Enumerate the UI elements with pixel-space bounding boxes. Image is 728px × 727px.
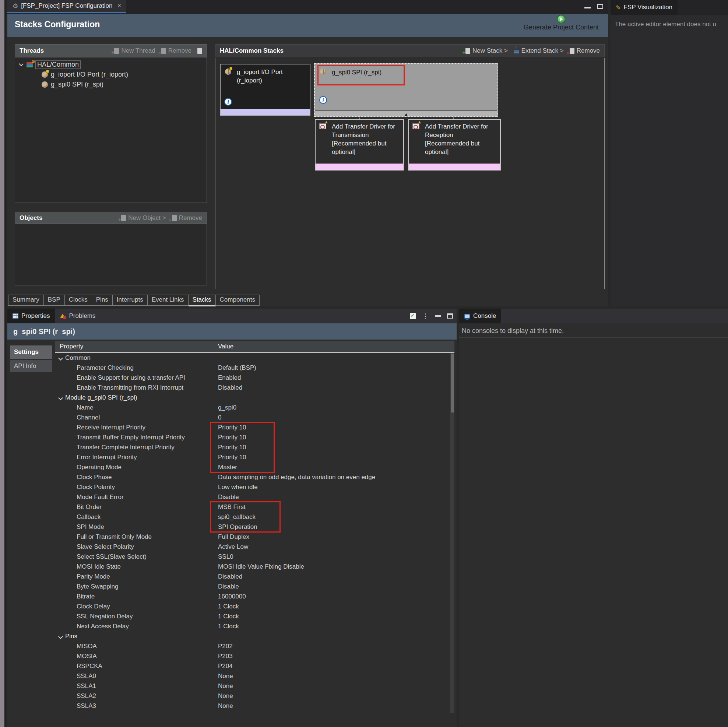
column-value[interactable]: Value (218, 343, 234, 350)
remove-stack-button[interactable]: ✕ Remove (570, 47, 600, 55)
view-menu-icon[interactable] (197, 48, 202, 54)
new-thread-button[interactable]: + New Thread (114, 47, 155, 55)
properties-scrollbar[interactable] (450, 353, 454, 713)
property-value: Disabled (218, 572, 242, 582)
extend-stack-button[interactable]: Extend Stack > (514, 47, 564, 55)
tab-pins[interactable]: Pins (92, 295, 113, 306)
info-icon[interactable] (224, 98, 232, 106)
property-row[interactable]: Parameter CheckingDefault (BSP) (55, 363, 450, 373)
tab-bsp[interactable]: BSP (44, 295, 65, 306)
property-row[interactable]: Enable Transmitting from RXI InterruptDi… (55, 383, 450, 393)
property-row[interactable]: Full or Transmit Only ModeFull Duplex (55, 532, 450, 542)
import-settings-icon[interactable] (410, 313, 416, 319)
tree-item[interactable]: g_spi0 SPI (r_spi) (15, 80, 206, 89)
property-row[interactable]: Parity ModeDisabled (55, 572, 450, 582)
property-value: 16000000 (218, 591, 246, 601)
add-transfer-driver-rx-block[interactable]: Add Transfer Driver for Reception [Recom… (408, 119, 501, 170)
tab-interrupts[interactable]: Interrupts (113, 295, 148, 306)
property-group-row[interactable]: Common (55, 353, 450, 363)
scrollbar-thumb[interactable] (451, 354, 454, 412)
stack-block-spi[interactable]: g_spi0 SPI (r_spi) ▲ (314, 63, 498, 117)
remove-object-button[interactable]: ✕ Remove (172, 214, 202, 222)
tab-api-info[interactable]: API Info (10, 360, 52, 372)
visualization-message: The active editor element does not u (610, 15, 728, 34)
stack-block-ioport[interactable]: g_ioport I/O Port (r_ioport) (220, 64, 310, 116)
property-row[interactable]: Enable Support for using a transfer APIE… (55, 373, 450, 383)
property-row[interactable]: Byte SwappingDisable (55, 582, 450, 591)
play-icon[interactable] (558, 15, 565, 23)
property-row[interactable]: Slave Select PolarityActive Low (55, 542, 450, 552)
property-row[interactable]: SSLA1None (55, 681, 450, 691)
tab-settings[interactable]: Settings (10, 346, 52, 359)
minimize-icon[interactable] (584, 7, 590, 8)
property-row[interactable]: Next Access Delay1 Clock (55, 621, 450, 631)
column-property[interactable]: Property (60, 343, 83, 350)
view-menu-icon[interactable]: ⋮ (422, 313, 429, 320)
collapse-triangle-icon[interactable]: ▲ (404, 112, 408, 116)
property-row[interactable]: Clock PolarityLow when idle (55, 482, 450, 492)
close-icon[interactable]: × (118, 3, 121, 9)
property-row[interactable]: Nameg_spi0 (55, 403, 450, 412)
property-label: Bit Order (55, 504, 102, 510)
property-row[interactable]: Select SSL(Slave Select)SSL0 (55, 552, 450, 562)
transfer-driver-icon (319, 123, 326, 129)
tree-item-label: HAL/Common (36, 61, 80, 69)
chevron-down-icon[interactable] (58, 634, 63, 639)
generate-project-content-button[interactable]: Generate Project Content (524, 15, 599, 31)
tab-console[interactable]: Console (459, 309, 501, 323)
tab-properties[interactable]: Properties (8, 309, 55, 323)
threads-tree: HAL/Commong_ioport I/O Port (r_ioport)g_… (15, 57, 207, 203)
property-label: SSLA3 (55, 703, 96, 709)
property-label: Parameter Checking (55, 364, 134, 371)
maximize-icon[interactable] (597, 4, 603, 9)
property-row[interactable]: SSLA2None (55, 691, 450, 701)
property-row[interactable]: Channel0 (55, 412, 450, 422)
chevron-down-icon[interactable] (58, 356, 63, 361)
property-label: Operating Mode (55, 464, 121, 471)
block-collapse-bar[interactable]: ▲ (315, 110, 497, 116)
tree-item[interactable]: g_ioport I/O Port (r_ioport) (15, 70, 206, 80)
property-row[interactable]: SSLA3None (55, 701, 450, 711)
editor-tab-fsp-configuration[interactable]: ⚙ [FSP_Project] FSP Configuration × (8, 0, 126, 13)
add-transfer-driver-tx-block[interactable]: Add Transfer Driver for Transmission [Re… (315, 119, 404, 170)
property-row[interactable]: MISOAP202 (55, 641, 450, 651)
remove-thread-button[interactable]: ✕ Remove (161, 47, 191, 55)
property-row[interactable]: Clock Delay1 Clock (55, 601, 450, 611)
table-icon (12, 314, 18, 318)
property-row[interactable]: RSPCKAP204 (55, 661, 450, 671)
tab-clocks[interactable]: Clocks (65, 295, 92, 306)
column-divider[interactable] (213, 341, 213, 352)
properties-tab-label: Properties (21, 312, 50, 320)
property-row[interactable]: MOSIAP203 (55, 651, 450, 661)
property-value: g_spi0 (218, 403, 236, 412)
maximize-icon[interactable] (447, 314, 453, 318)
property-group-row[interactable]: Module g_spi0 SPI (r_spi) (55, 393, 450, 403)
property-label: SSLA0 (55, 672, 96, 680)
editor-bottom-tabs: SummaryBSPClocksPinsInterruptsEvent Link… (8, 295, 608, 306)
tab-problems[interactable]: Problems (55, 309, 101, 323)
tab-event-links[interactable]: Event Links (148, 295, 188, 306)
info-icon[interactable] (319, 96, 327, 104)
property-row[interactable]: SSLA0None (55, 671, 450, 681)
property-row[interactable]: Mode Fault ErrorDisable (55, 492, 450, 502)
property-row[interactable]: SSL Negation Delay1 Clock (55, 611, 450, 621)
property-row[interactable]: Clock PhaseData sampling on odd edge, da… (55, 472, 450, 482)
property-row[interactable]: MOSI Idle StateMOSI Idle Value Fixing Di… (55, 562, 450, 572)
property-row[interactable]: Bitrate16000000 (55, 591, 450, 601)
property-label: MOSI Idle State (55, 563, 121, 570)
properties-view: Properties Problems ⋮ g_spi0 SPI (r_spi)… (8, 309, 457, 727)
tab-stacks[interactable]: Stacks (188, 295, 216, 306)
objects-list (15, 224, 207, 285)
new-stack-button[interactable]: + New Stack > (465, 47, 508, 55)
new-object-button[interactable]: + New Object > (121, 214, 166, 222)
tree-item[interactable]: HAL/Common (15, 60, 206, 70)
property-label: Select SSL(Slave Select) (55, 553, 147, 560)
tab-fsp-visualization[interactable]: ✎ FSP Visualization (610, 0, 678, 15)
tab-components[interactable]: Components (216, 295, 260, 306)
minimize-icon[interactable] (435, 315, 441, 317)
property-group-row[interactable]: Pins (55, 631, 450, 641)
chevron-down-icon[interactable] (58, 396, 63, 400)
property-value: 1 Clock (218, 621, 239, 631)
tab-summary[interactable]: Summary (8, 295, 44, 306)
chevron-down-icon[interactable] (19, 61, 24, 66)
